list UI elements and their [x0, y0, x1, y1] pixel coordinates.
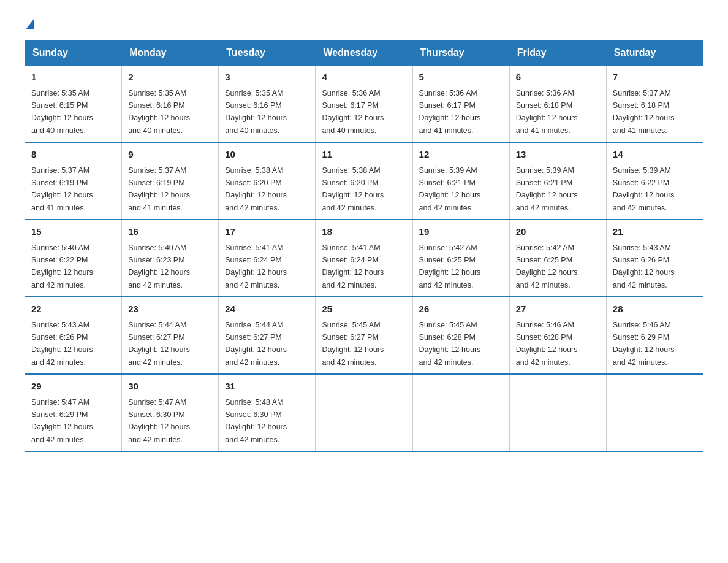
day-number: 28: [613, 302, 697, 316]
calendar-header-monday: Monday: [122, 41, 219, 66]
day-info: Sunrise: 5:43 AMSunset: 6:26 PMDaylight:…: [31, 321, 93, 367]
day-info: Sunrise: 5:45 AMSunset: 6:28 PMDaylight:…: [419, 321, 481, 367]
calendar-cell: 9 Sunrise: 5:37 AMSunset: 6:19 PMDayligh…: [122, 142, 219, 220]
header-area: [25, 18, 703, 31]
calendar-cell: 18 Sunrise: 5:41 AMSunset: 6:24 PMDaylig…: [316, 220, 412, 297]
day-info: Sunrise: 5:36 AMSunset: 6:17 PMDaylight:…: [419, 89, 481, 135]
logo-triangle-icon: [26, 18, 34, 29]
day-number: 2: [128, 71, 212, 85]
day-info: Sunrise: 5:39 AMSunset: 6:21 PMDaylight:…: [516, 166, 578, 212]
calendar-header-wednesday: Wednesday: [316, 41, 412, 66]
calendar-header-saturday: Saturday: [606, 41, 703, 66]
calendar-week-row: 22 Sunrise: 5:43 AMSunset: 6:26 PMDaylig…: [25, 297, 703, 374]
calendar-cell: 31 Sunrise: 5:48 AMSunset: 6:30 PMDaylig…: [219, 374, 316, 451]
day-info: Sunrise: 5:41 AMSunset: 6:24 PMDaylight:…: [322, 243, 384, 289]
day-info: Sunrise: 5:38 AMSunset: 6:20 PMDaylight:…: [225, 166, 287, 212]
day-number: 22: [31, 302, 115, 316]
day-number: 9: [128, 148, 212, 162]
day-info: Sunrise: 5:37 AMSunset: 6:19 PMDaylight:…: [128, 166, 190, 212]
calendar-cell: 11 Sunrise: 5:38 AMSunset: 6:20 PMDaylig…: [316, 142, 412, 220]
day-number: 10: [225, 148, 309, 162]
day-info: Sunrise: 5:35 AMSunset: 6:16 PMDaylight:…: [128, 89, 190, 135]
logo-text: [25, 18, 34, 31]
day-number: 25: [322, 302, 406, 316]
day-info: Sunrise: 5:43 AMSunset: 6:26 PMDaylight:…: [613, 243, 675, 289]
day-info: Sunrise: 5:36 AMSunset: 6:18 PMDaylight:…: [516, 89, 578, 135]
calendar-cell: 4 Sunrise: 5:36 AMSunset: 6:17 PMDayligh…: [316, 65, 412, 142]
calendar-cell: 14 Sunrise: 5:39 AMSunset: 6:22 PMDaylig…: [606, 142, 703, 220]
day-info: Sunrise: 5:39 AMSunset: 6:21 PMDaylight:…: [419, 166, 481, 212]
calendar-cell: 5 Sunrise: 5:36 AMSunset: 6:17 PMDayligh…: [412, 65, 509, 142]
calendar-cell: [606, 374, 703, 451]
day-info: Sunrise: 5:37 AMSunset: 6:19 PMDaylight:…: [31, 166, 93, 212]
day-info: Sunrise: 5:40 AMSunset: 6:22 PMDaylight:…: [31, 243, 93, 289]
day-info: Sunrise: 5:38 AMSunset: 6:20 PMDaylight:…: [322, 166, 384, 212]
day-number: 17: [225, 225, 309, 239]
calendar-cell: 8 Sunrise: 5:37 AMSunset: 6:19 PMDayligh…: [25, 142, 122, 220]
calendar-cell: [412, 374, 509, 451]
calendar-week-row: 15 Sunrise: 5:40 AMSunset: 6:22 PMDaylig…: [25, 220, 703, 297]
day-number: 23: [128, 302, 212, 316]
day-info: Sunrise: 5:41 AMSunset: 6:24 PMDaylight:…: [225, 243, 287, 289]
day-number: 30: [128, 380, 212, 394]
day-info: Sunrise: 5:39 AMSunset: 6:22 PMDaylight:…: [613, 166, 675, 212]
calendar-cell: 7 Sunrise: 5:37 AMSunset: 6:18 PMDayligh…: [606, 65, 703, 142]
day-number: 12: [419, 148, 503, 162]
calendar-cell: 13 Sunrise: 5:39 AMSunset: 6:21 PMDaylig…: [509, 142, 606, 220]
day-number: 15: [31, 225, 115, 239]
day-info: Sunrise: 5:35 AMSunset: 6:15 PMDaylight:…: [31, 89, 93, 135]
day-number: 13: [516, 148, 600, 162]
day-number: 6: [516, 71, 600, 85]
day-number: 8: [31, 148, 115, 162]
calendar-header-thursday: Thursday: [412, 41, 509, 66]
calendar-cell: 1 Sunrise: 5:35 AMSunset: 6:15 PMDayligh…: [25, 65, 122, 142]
day-number: 3: [225, 71, 309, 85]
day-info: Sunrise: 5:42 AMSunset: 6:25 PMDaylight:…: [419, 243, 481, 289]
day-number: 31: [225, 380, 309, 394]
logo: [25, 18, 34, 31]
calendar-cell: 24 Sunrise: 5:44 AMSunset: 6:27 PMDaylig…: [219, 297, 316, 374]
calendar-cell: 27 Sunrise: 5:46 AMSunset: 6:28 PMDaylig…: [509, 297, 606, 374]
day-number: 27: [516, 302, 600, 316]
day-info: Sunrise: 5:40 AMSunset: 6:23 PMDaylight:…: [128, 243, 190, 289]
calendar-header-row: SundayMondayTuesdayWednesdayThursdayFrid…: [25, 41, 703, 66]
day-number: 29: [31, 380, 115, 394]
calendar-header-friday: Friday: [509, 41, 606, 66]
calendar-cell: 2 Sunrise: 5:35 AMSunset: 6:16 PMDayligh…: [122, 65, 219, 142]
calendar-header-sunday: Sunday: [25, 41, 122, 66]
day-number: 5: [419, 71, 503, 85]
day-number: 21: [613, 225, 697, 239]
day-info: Sunrise: 5:36 AMSunset: 6:17 PMDaylight:…: [322, 89, 384, 135]
calendar-cell: [316, 374, 412, 451]
calendar-cell: 15 Sunrise: 5:40 AMSunset: 6:22 PMDaylig…: [25, 220, 122, 297]
calendar-table: SundayMondayTuesdayWednesdayThursdayFrid…: [25, 40, 703, 452]
day-info: Sunrise: 5:44 AMSunset: 6:27 PMDaylight:…: [128, 321, 190, 367]
calendar-cell: 30 Sunrise: 5:47 AMSunset: 6:30 PMDaylig…: [122, 374, 219, 451]
day-number: 14: [613, 148, 697, 162]
day-number: 20: [516, 225, 600, 239]
day-info: Sunrise: 5:42 AMSunset: 6:25 PMDaylight:…: [516, 243, 578, 289]
day-info: Sunrise: 5:47 AMSunset: 6:29 PMDaylight:…: [31, 398, 93, 444]
calendar-cell: 20 Sunrise: 5:42 AMSunset: 6:25 PMDaylig…: [509, 220, 606, 297]
calendar-cell: 12 Sunrise: 5:39 AMSunset: 6:21 PMDaylig…: [412, 142, 509, 220]
day-number: 26: [419, 302, 503, 316]
calendar-cell: 22 Sunrise: 5:43 AMSunset: 6:26 PMDaylig…: [25, 297, 122, 374]
calendar-cell: 16 Sunrise: 5:40 AMSunset: 6:23 PMDaylig…: [122, 220, 219, 297]
day-info: Sunrise: 5:35 AMSunset: 6:16 PMDaylight:…: [225, 89, 287, 135]
day-info: Sunrise: 5:47 AMSunset: 6:30 PMDaylight:…: [128, 398, 190, 444]
day-number: 16: [128, 225, 212, 239]
day-info: Sunrise: 5:46 AMSunset: 6:28 PMDaylight:…: [516, 321, 578, 367]
day-info: Sunrise: 5:45 AMSunset: 6:27 PMDaylight:…: [322, 321, 384, 367]
calendar-cell: 3 Sunrise: 5:35 AMSunset: 6:16 PMDayligh…: [219, 65, 316, 142]
day-number: 7: [613, 71, 697, 85]
day-number: 4: [322, 71, 406, 85]
calendar-cell: 10 Sunrise: 5:38 AMSunset: 6:20 PMDaylig…: [219, 142, 316, 220]
day-number: 1: [31, 71, 115, 85]
day-info: Sunrise: 5:44 AMSunset: 6:27 PMDaylight:…: [225, 321, 287, 367]
day-number: 19: [419, 225, 503, 239]
calendar-week-row: 1 Sunrise: 5:35 AMSunset: 6:15 PMDayligh…: [25, 65, 703, 142]
day-info: Sunrise: 5:48 AMSunset: 6:30 PMDaylight:…: [225, 398, 287, 444]
calendar-cell: 26 Sunrise: 5:45 AMSunset: 6:28 PMDaylig…: [412, 297, 509, 374]
calendar-cell: 23 Sunrise: 5:44 AMSunset: 6:27 PMDaylig…: [122, 297, 219, 374]
calendar-cell: 29 Sunrise: 5:47 AMSunset: 6:29 PMDaylig…: [25, 374, 122, 451]
